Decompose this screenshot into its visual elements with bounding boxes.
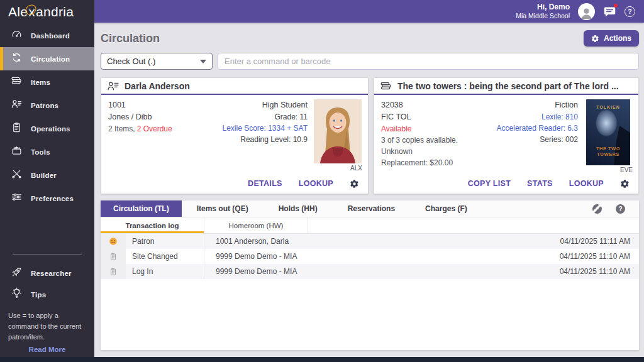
sidebar-item-tools[interactable]: Tools: [0, 140, 94, 163]
items-count: 2 Items,: [108, 124, 135, 133]
sidebar-spacer: [0, 210, 94, 255]
tab-circulation[interactable]: Circulation (TL): [101, 200, 182, 217]
top-bar: Hi, Demo Mia Middle School ?: [94, 0, 644, 23]
patron-name: Darla Anderson: [125, 81, 190, 91]
item-status: Available: [381, 123, 497, 134]
sidebar-item-researcher[interactable]: Researcher: [0, 263, 94, 284]
tab-holds[interactable]: Holds (HH): [264, 200, 333, 217]
books-stack-icon: [11, 75, 23, 89]
page-header: Circulation Actions: [101, 30, 639, 47]
question-mark-glyph: ?: [628, 8, 631, 15]
log-row-log-in[interactable]: Log In 9999 Demo Demo - MIA 04/11/2025 1…: [101, 264, 639, 279]
user-avatar[interactable]: [578, 3, 595, 20]
log-type: Site Changed: [126, 249, 204, 264]
item-copy-list-link[interactable]: COPY LIST: [468, 179, 511, 188]
dashboard-gauge-icon: [11, 28, 23, 43]
bottom-border-strip: [0, 357, 644, 362]
actions-button[interactable]: Actions: [584, 30, 639, 47]
book-cover: Tolkien The Two Towers: [586, 99, 630, 165]
log-row-patron[interactable]: Patron 1001 Anderson, Darla 04/11/2025 1…: [101, 234, 639, 249]
subtab-homeroom[interactable]: Homeroom (HW): [204, 217, 308, 233]
item-title: The two towers : being the second part o…: [397, 81, 619, 91]
item-stats-link[interactable]: STATS: [527, 179, 553, 188]
sidebar-item-label: Preferences: [31, 195, 74, 202]
patron-grade: Grade: 11: [222, 111, 308, 123]
patron-summary: 1001 Jones / Dibb 2 Items,2 Overdue: [108, 99, 222, 173]
clipboard-icon: [109, 252, 118, 261]
patron-homeroom: Jones / Dibb: [108, 111, 222, 123]
sidebar-item-items[interactable]: Items: [0, 70, 94, 94]
item-card-actions: COPY LIST STATS LOOKUP: [374, 173, 638, 194]
chevron-down-icon: [200, 60, 206, 63]
item-accelerated-reader: Accelerated Reader: 6.3: [497, 123, 578, 134]
alexandria-logo[interactable]: Alexandria: [0, 0, 94, 24]
sidebar-item-builder[interactable]: Builder: [0, 163, 94, 187]
item-card-header: The two towers : being the second part o…: [374, 78, 638, 95]
main-area: Hi, Demo Mia Middle School ? Circulation…: [94, 0, 644, 362]
circulation-arrows-icon: [11, 52, 23, 66]
item-barcode: 32038: [381, 99, 497, 111]
tab-reservations[interactable]: Reservations: [333, 200, 410, 217]
sidebar-item-patrons[interactable]: Patrons: [0, 94, 94, 117]
log-row-site-changed[interactable]: Site Changed 9999 Demo Demo - MIA 04/11/…: [101, 249, 639, 264]
panel-help-icon[interactable]: ?: [616, 204, 625, 214]
tab-items-out[interactable]: Items out (QE): [182, 200, 264, 217]
rocket-icon: [11, 266, 23, 280]
patron-stats: High Student Grade: 11 Lexile Score: 133…: [222, 99, 313, 173]
item-stats: Fiction Lexile: 810 Accelerated Reader: …: [497, 99, 584, 173]
patron-lookup-link[interactable]: LOOKUP: [299, 179, 333, 188]
patron-photo-column: ALX: [313, 99, 362, 173]
item-card-body: 32038 FIC TOL Available 3 of 3 copies av…: [374, 95, 638, 173]
sidebar-item-label: Circulation: [31, 55, 70, 63]
user-greeting: Hi, Demo: [516, 3, 570, 12]
content-area: Circulation Actions Check Out (.): [94, 23, 644, 362]
circulation-panel: Circulation (TL) Items out (QE) Holds (H…: [101, 200, 639, 350]
sidebar-item-dashboard[interactable]: Dashboard: [0, 24, 94, 47]
log-type: Log In: [126, 264, 204, 279]
sidebar-divider: [13, 255, 82, 255]
patron-photo-caption: ALX: [350, 165, 362, 172]
sidebar-nav: Dashboard Circulation Items Patrons Oper…: [0, 24, 94, 210]
patron-card-header: Darla Anderson: [101, 78, 368, 95]
notification-dot: [614, 4, 618, 8]
tab-charges[interactable]: Charges (F): [410, 200, 482, 217]
read-more-link[interactable]: Read More: [0, 346, 94, 353]
sidebar-item-label: Researcher: [31, 270, 72, 277]
current-item-card: The two towers : being the second part o…: [374, 77, 639, 194]
sidebar-item-circulation[interactable]: Circulation: [0, 47, 94, 70]
row-icon-cell: [101, 249, 126, 264]
sidebar-item-operations[interactable]: Operations: [0, 117, 94, 140]
sidebar-item-label: Builder: [31, 172, 57, 179]
item-gear-menu-icon[interactable]: [620, 179, 630, 189]
subtab-transaction-log[interactable]: Transaction log: [101, 217, 204, 233]
current-patron-card: Darla Anderson 1001 Jones / Dibb 2 Items…: [101, 77, 369, 194]
patron-gear-menu-icon[interactable]: [350, 179, 359, 189]
patron-card-actions: DETAILS LOOKUP: [101, 173, 368, 194]
item-replacement-cost: Replacement: $20.00: [381, 157, 497, 168]
command-input[interactable]: [218, 53, 639, 70]
alexandria-app: Alexandria Dashboard Circulation Items P…: [0, 0, 644, 362]
item-lookup-link[interactable]: LOOKUP: [569, 179, 604, 188]
overdue-count: 2 Overdue: [137, 124, 172, 133]
patron-card-body: 1001 Jones / Dibb 2 Items,2 Overdue High…: [101, 95, 368, 173]
sidebar-item-label: Tools: [31, 148, 50, 156]
sidebar: Alexandria Dashboard Circulation Items P…: [0, 0, 94, 362]
patron-items-line: 2 Items,2 Overdue: [108, 123, 222, 134]
toolbox-icon: [11, 145, 23, 159]
patron-details-link[interactable]: DETAILS: [248, 179, 282, 188]
checkout-mode-select[interactable]: Check Out (.): [101, 53, 213, 70]
logo-x-swoosh: x: [28, 4, 36, 19]
sidebar-item-tips[interactable]: Tips: [0, 284, 94, 305]
user-identity: Hi, Demo Mia Middle School: [516, 3, 570, 20]
mode-select-value: Check Out (.): [107, 57, 155, 66]
person-silhouette-icon: [579, 6, 594, 20]
sidebar-helper-text: Use = to apply a command to the current …: [0, 305, 94, 343]
page-title: Circulation: [101, 32, 160, 45]
sidebar-item-preferences[interactable]: Preferences: [0, 187, 94, 210]
clear-log-icon[interactable]: [592, 204, 602, 214]
help-button[interactable]: ?: [625, 6, 635, 17]
messages-button[interactable]: [603, 5, 616, 18]
question-mark-glyph: ?: [618, 206, 622, 212]
tab-toolbar: ?: [482, 200, 639, 217]
user-site: Mia Middle School: [516, 12, 570, 20]
